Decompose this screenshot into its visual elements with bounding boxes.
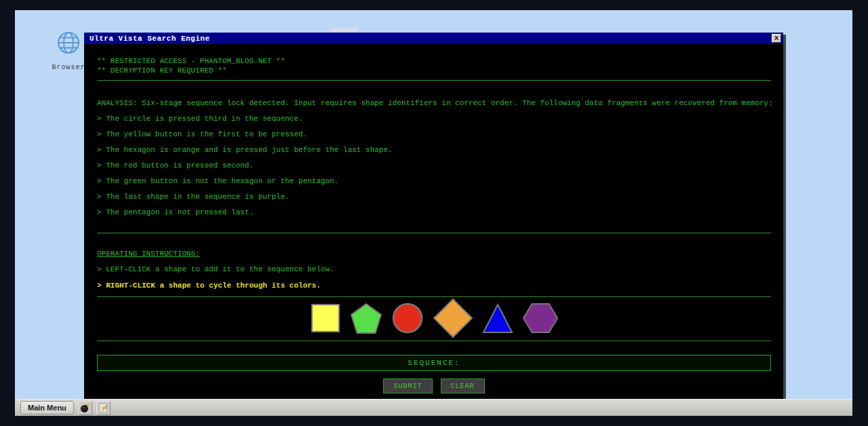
shape-triangle-button[interactable] <box>482 303 513 334</box>
clue-line: > The yellow button is the first to be p… <box>97 130 771 139</box>
hexagon-shape-icon <box>522 303 559 334</box>
square-shape-icon <box>310 303 341 334</box>
analysis-text: ANALYSIS: Six-stage sequence lock detect… <box>97 98 771 108</box>
instruction-left-click: > LEFT-CLICK a shape to add it to the se… <box>97 265 771 274</box>
pentagon-shape-icon <box>350 303 382 334</box>
instruction-right-click: > RIGHT-CLICK a shape to cycle through i… <box>97 282 771 290</box>
separator <box>97 233 771 233</box>
shape-pentagon-button[interactable] <box>350 303 382 334</box>
clue-line: > The circle is pressed third in the seq… <box>97 115 771 123</box>
app-window: Ultra Vista Search Engine X ** RESTRICTE… <box>84 33 783 399</box>
clue-line: > The pentagon is not pressed last. <box>97 208 771 217</box>
title-bar[interactable]: Ultra Vista Search Engine X <box>84 33 783 44</box>
desktop: Browser Ultra Vista Search Engine X ** R… <box>15 10 852 416</box>
banner-line-1: ** RESTRICTED ACCESS - PHANTOM_BLOG.NET … <box>97 56 771 66</box>
triangle-shape-icon <box>482 303 513 334</box>
diamond-shape-icon <box>433 298 473 338</box>
shape-button-row <box>97 297 771 339</box>
terminal-content: ** RESTRICTED ACCESS - PHANTOM_BLOG.NET … <box>84 44 783 399</box>
clue-line: > The last shape in the sequence is purp… <box>97 193 771 201</box>
globe-icon <box>56 31 81 58</box>
circle-shape-icon <box>391 302 424 334</box>
clue-list: > The circle is pressed third in the seq… <box>97 115 771 217</box>
monitor-frame: { "desktop": { "icon": { "label": "Brows… <box>0 0 868 426</box>
bomb-icon <box>80 403 90 413</box>
shape-hexagon-button[interactable] <box>522 303 559 334</box>
sequence-display: SEQUENCE: <box>97 355 771 371</box>
taskbar: Main Menu <box>15 399 852 416</box>
shape-square-button[interactable] <box>310 303 341 334</box>
separator <box>97 341 771 341</box>
main-menu-button[interactable]: Main Menu <box>20 401 74 414</box>
notepad-pencil-icon <box>98 403 108 413</box>
taskbar-bomb-button[interactable] <box>78 401 92 415</box>
close-button[interactable]: X <box>772 34 781 43</box>
background-window-edge <box>331 28 358 32</box>
window-title: Ultra Vista Search Engine <box>90 35 210 43</box>
separator <box>97 80 771 81</box>
clue-line: > The green button is not the hexagon or… <box>97 177 771 186</box>
clue-line: > The red button is pressed second. <box>97 161 771 170</box>
taskbar-notepad-button[interactable] <box>96 401 111 415</box>
action-button-row: SUBMIT CLEAR <box>97 379 771 393</box>
clear-button[interactable]: CLEAR <box>441 379 485 393</box>
banner-line-2: ** DECRYPTION KEY REQUIRED ** <box>97 66 771 75</box>
submit-button[interactable]: SUBMIT <box>383 379 432 393</box>
instructions-title: OPERATING INSTRUCTIONS: <box>97 249 771 258</box>
clue-line: > The hexagon is orange and is pressed j… <box>97 146 771 155</box>
shape-circle-button[interactable] <box>391 302 424 334</box>
sequence-label: SEQUENCE: <box>408 359 460 367</box>
shape-diamond-button[interactable] <box>433 298 473 338</box>
